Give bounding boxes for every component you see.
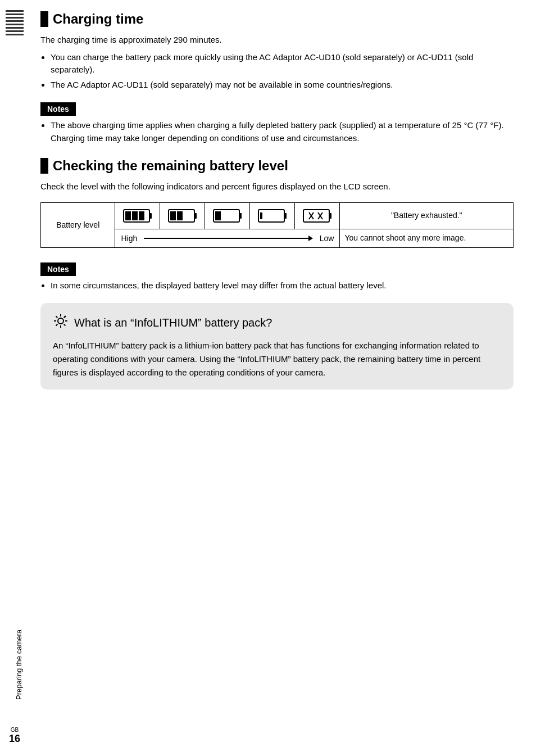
battery-icon-cell-4 — [250, 202, 295, 229]
notes-list-1: The above charging time applies when cha… — [40, 119, 514, 144]
battery-icon-cell-2 — [160, 202, 205, 229]
battery-level-title: Checking the remaining battery level — [53, 158, 288, 174]
notes-item-1-0: The above charging time applies when cha… — [51, 119, 514, 144]
sidebar: Preparing the camera GB 16 — [0, 0, 29, 756]
info-sun-icon — [53, 313, 69, 332]
info-box-body: An “InfoLITHIUM” battery pack is a lithi… — [53, 339, 501, 379]
battery-label-cell: Battery level — [41, 202, 115, 247]
cannot-shoot-cell: You cannot shoot any more image. — [340, 229, 514, 247]
tip-icon-svg — [53, 313, 69, 329]
charging-bullets: You can charge the battery pack more qui… — [51, 51, 514, 92]
sidebar-vertical-text: Preparing the camera — [15, 630, 23, 700]
battery-low-icon — [257, 207, 288, 224]
info-box-heading: What is an “InfoLITHIUM” battery pack? — [74, 316, 272, 329]
low-label: Low — [320, 234, 334, 243]
svg-rect-8 — [177, 211, 183, 220]
page-number-area: GB 16 — [9, 727, 20, 745]
battery-level-heading: Checking the remaining battery level — [40, 158, 514, 174]
svg-rect-1 — [149, 213, 152, 219]
battery-icon-cell-3 — [205, 202, 250, 229]
notes-box-2: Notes In some circumstances, the display… — [40, 257, 514, 292]
battery-icon-cell-1 — [115, 202, 160, 229]
notes-box-1: Notes The above charging time applies wh… — [40, 97, 514, 144]
charging-intro: The charging time is approximately 290 m… — [40, 34, 514, 47]
battery-arrow-line — [144, 238, 310, 239]
battery-exhausted-icon — [302, 207, 333, 224]
charging-time-title: Charging time — [53, 11, 143, 27]
svg-rect-7 — [170, 211, 176, 220]
svg-rect-6 — [194, 213, 197, 219]
sidebar-line — [6, 10, 24, 12]
page-number-gb: GB — [9, 727, 20, 733]
battery-icon-cell-5 — [295, 202, 340, 229]
battery-full-icon — [122, 207, 153, 224]
sidebar-line — [6, 13, 24, 15]
battery-half-icon — [212, 207, 243, 224]
battery-table: Battery level — [40, 202, 514, 248]
page-number: 16 — [9, 733, 20, 745]
battery-intro: Check the level with the following indic… — [40, 180, 514, 193]
svg-rect-3 — [132, 211, 138, 220]
notes-label-2: Notes — [40, 262, 76, 276]
battery-exhausted-label: "Battery exhausted." — [340, 202, 514, 229]
sidebar-line — [6, 20, 24, 22]
svg-rect-10 — [239, 213, 242, 219]
svg-line-29 — [56, 324, 58, 326]
notes-list-2: In some circumstances, the displayed bat… — [40, 279, 514, 292]
high-label: High — [121, 234, 137, 243]
heading-marker-2 — [40, 158, 48, 174]
sidebar-line — [6, 30, 24, 32]
svg-line-26 — [56, 316, 58, 318]
notes-label-1: Notes — [40, 102, 76, 116]
svg-rect-4 — [139, 211, 144, 220]
battery-icons-row: Battery level — [41, 202, 514, 229]
battery-three-quarter-icon — [167, 207, 198, 224]
info-lithium-box: What is an “InfoLITHIUM” battery pack? A… — [40, 303, 514, 390]
main-content: Charging time The charging time is appro… — [29, 0, 536, 756]
svg-rect-15 — [303, 210, 329, 222]
battery-arrow-row: High Low — [121, 234, 334, 243]
sidebar-line — [6, 24, 24, 25]
svg-rect-14 — [260, 212, 262, 219]
notes-item-2-0: In some circumstances, the displayed bat… — [51, 279, 514, 292]
svg-point-21 — [58, 318, 63, 324]
sidebar-lines — [6, 10, 24, 35]
sidebar-line — [6, 34, 24, 35]
info-box-title: What is an “InfoLITHIUM” battery pack? — [53, 313, 501, 332]
sidebar-line — [6, 17, 24, 19]
svg-point-30 — [65, 316, 66, 318]
heading-marker — [40, 11, 48, 27]
charging-time-heading: Charging time — [40, 11, 514, 27]
svg-rect-11 — [215, 211, 221, 220]
sidebar-line — [6, 27, 24, 29]
svg-rect-13 — [284, 213, 287, 219]
svg-rect-2 — [125, 211, 131, 220]
charging-bullet-2: The AC Adaptor AC-UD11 (sold separately)… — [51, 79, 514, 92]
svg-line-27 — [64, 324, 66, 326]
svg-rect-16 — [329, 213, 331, 219]
charging-bullet-1: You can charge the battery pack more qui… — [51, 51, 514, 76]
page-wrapper: Preparing the camera GB 16 Charging time… — [0, 0, 536, 756]
